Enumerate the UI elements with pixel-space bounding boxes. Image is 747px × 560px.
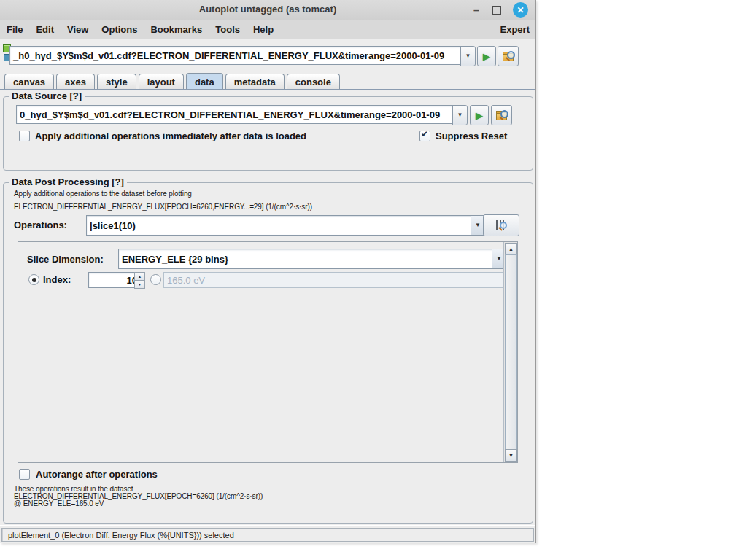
menu-file[interactable]: File bbox=[0, 23, 29, 36]
tab-layout[interactable]: layout bbox=[139, 74, 184, 89]
slice-value-text: 165.0 eV bbox=[167, 275, 205, 286]
desktop: Autoplot untagged (as tomcat) – ✕ File E… bbox=[0, 0, 747, 560]
tab-strip: canvas axes style layout data metadata c… bbox=[0, 73, 540, 89]
menu-options[interactable]: Options bbox=[95, 23, 144, 36]
slice-dimension-value: ENERGY_ELE {29 bins} bbox=[122, 254, 228, 265]
menu-view[interactable]: View bbox=[61, 23, 95, 36]
folder-search-icon bbox=[502, 50, 515, 62]
menu-bookmarks[interactable]: Bookmarks bbox=[144, 23, 209, 36]
folder-search-icon bbox=[495, 109, 508, 121]
autoplot-window: Autoplot untagged (as tomcat) – ✕ File E… bbox=[0, 0, 536, 543]
down-arrow-icon: ▼ bbox=[508, 453, 514, 458]
tab-canvas[interactable]: canvas bbox=[4, 74, 54, 89]
menu-bar: File Edit View Options Bookmarks Tools H… bbox=[0, 20, 535, 39]
check-icon: ✔ bbox=[421, 129, 428, 139]
tab-axes[interactable]: axes bbox=[56, 74, 95, 89]
slice-dimension-combobox[interactable]: ENERGY_ELE {29 bins} ▼ bbox=[118, 249, 506, 269]
suppress-reset-checkbox[interactable]: ✔ bbox=[419, 131, 430, 141]
autorange-checkbox[interactable]: ✔ bbox=[19, 469, 30, 480]
apply-operations-row: ✔ Apply additional operations immediatel… bbox=[19, 131, 306, 141]
autorange-label: Autorange after operations bbox=[36, 469, 158, 480]
vertical-scrollbar[interactable]: ▲ ▼ bbox=[503, 242, 517, 462]
scroll-down-button[interactable]: ▼ bbox=[505, 449, 517, 462]
minimize-button[interactable]: – bbox=[468, 3, 484, 18]
maximize-icon bbox=[492, 6, 501, 15]
slice-value-input-disabled: 165.0 eV bbox=[163, 272, 505, 288]
result-slice-at: @ ENERGY_ELE=165.0 eV bbox=[14, 499, 104, 508]
up-arrow-icon: ▲ bbox=[138, 274, 142, 279]
filters-magnifier-icon bbox=[495, 219, 508, 231]
close-icon: ✕ bbox=[516, 5, 524, 15]
data-source-panel: Data Source [?] 0_hyd_$Y$m$d_v01.cdf?ELE… bbox=[3, 96, 533, 171]
address-dropdown-button[interactable]: ▼ bbox=[460, 46, 476, 66]
chevron-down-icon: ▼ bbox=[457, 112, 463, 118]
chevron-down-icon: ▼ bbox=[465, 53, 471, 59]
address-panel: _h0_hyd_$Y$m$d_v01.cdf?ELECTRON_DIFFEREN… bbox=[0, 39, 535, 71]
slice-index-row: Index: 10 ▲ ▼ 165.0 eV bbox=[18, 271, 500, 289]
chevron-down-icon: ▼ bbox=[496, 256, 502, 262]
apply-operations-checkbox[interactable]: ✔ bbox=[19, 131, 30, 141]
index-label: Index: bbox=[43, 274, 71, 285]
status-text: plotElement_0 (Electron Diff. Energy Flu… bbox=[8, 531, 234, 540]
spinner-down-button[interactable]: ▼ bbox=[134, 280, 145, 289]
suppress-reset-label: Suppress Reset bbox=[436, 131, 507, 141]
tab-metadata[interactable]: metadata bbox=[225, 74, 285, 89]
tab-data[interactable]: data bbox=[186, 73, 223, 89]
apply-operations-label: Apply additional operations immediately … bbox=[35, 131, 306, 141]
chevron-down-icon: ▼ bbox=[475, 222, 481, 228]
operations-label: Operations: bbox=[14, 219, 67, 230]
expert-mode-label[interactable]: Expert bbox=[500, 24, 530, 35]
index-spinner-input[interactable]: 10 bbox=[88, 272, 141, 288]
autorange-row: ✔ Autorange after operations bbox=[19, 469, 158, 480]
menu-help[interactable]: Help bbox=[247, 23, 280, 36]
address-inspect-button[interactable] bbox=[498, 46, 519, 66]
scrollbar-thumb[interactable] bbox=[505, 254, 517, 450]
value-radio[interactable] bbox=[150, 274, 161, 285]
data-source-go-button[interactable]: ▶ bbox=[470, 105, 489, 125]
status-message-area: plotElement_0 (Electron Diff. Energy Flu… bbox=[1, 528, 534, 542]
scroll-up-button[interactable]: ▲ bbox=[505, 243, 517, 255]
input-dataset-label: ELECTRON_DIFFERENTIAL_ENERGY_FLUX[EPOCH=… bbox=[14, 203, 312, 211]
address-uri-input[interactable]: _h0_hyd_$Y$m$d_v01.cdf?ELECTRON_DIFFEREN… bbox=[9, 46, 462, 65]
index-spinner-buttons: ▲ ▼ bbox=[134, 272, 144, 288]
operations-combobox[interactable]: |slice1(10) ▼ bbox=[86, 215, 485, 236]
suppress-reset-row: ✔ Suppress Reset bbox=[419, 131, 507, 141]
close-button[interactable]: ✕ bbox=[513, 2, 528, 18]
title-bar[interactable]: Autoplot untagged (as tomcat) – ✕ bbox=[0, 0, 535, 21]
status-bar: plotElement_0 (Electron Diff. Energy Flu… bbox=[0, 525, 535, 543]
tab-divider bbox=[0, 89, 535, 90]
data-source-inspect-button[interactable] bbox=[491, 105, 512, 125]
tab-style[interactable]: style bbox=[97, 74, 136, 89]
post-processing-hint: Apply additional operations to the datas… bbox=[14, 190, 192, 198]
data-source-uri-text: 0_hyd_$Y$m$d_v01.cdf?ELECTRON_DIFFERENTI… bbox=[20, 109, 440, 120]
down-arrow-icon: ▼ bbox=[138, 282, 142, 287]
minimize-icon: – bbox=[473, 4, 479, 16]
post-processing-title[interactable]: Data Post Processing [?] bbox=[9, 176, 127, 187]
operations-value: |slice1(10) bbox=[90, 220, 136, 231]
post-processing-panel: Data Post Processing [?] Apply additiona… bbox=[3, 182, 533, 524]
up-arrow-icon: ▲ bbox=[508, 246, 514, 252]
operations-filter-button[interactable] bbox=[483, 214, 519, 236]
index-spinner: 10 ▲ ▼ bbox=[88, 272, 144, 288]
data-source-title[interactable]: Data Source [?] bbox=[9, 90, 85, 101]
menu-edit[interactable]: Edit bbox=[29, 23, 61, 36]
index-radio[interactable] bbox=[28, 274, 39, 285]
play-icon: ▶ bbox=[476, 111, 483, 120]
window-title: Autoplot untagged (as tomcat) bbox=[0, 4, 535, 15]
maximize-button[interactable] bbox=[489, 3, 505, 18]
tab-console[interactable]: console bbox=[287, 74, 340, 89]
data-source-dropdown-button[interactable]: ▼ bbox=[452, 105, 468, 125]
operation-editor-scrollpane: Slice Dimension: ENERGY_ELE {29 bins} ▼ … bbox=[18, 241, 518, 463]
menu-tools[interactable]: Tools bbox=[209, 23, 247, 36]
data-source-uri-input[interactable]: 0_hyd_$Y$m$d_v01.cdf?ELECTRON_DIFFERENTI… bbox=[16, 105, 454, 124]
address-go-button[interactable]: ▶ bbox=[477, 46, 496, 66]
play-icon: ▶ bbox=[483, 52, 490, 61]
slice-dimension-label: Slice Dimension: bbox=[27, 254, 104, 265]
address-uri-text: _h0_hyd_$Y$m$d_v01.cdf?ELECTRON_DIFFEREN… bbox=[13, 50, 444, 61]
